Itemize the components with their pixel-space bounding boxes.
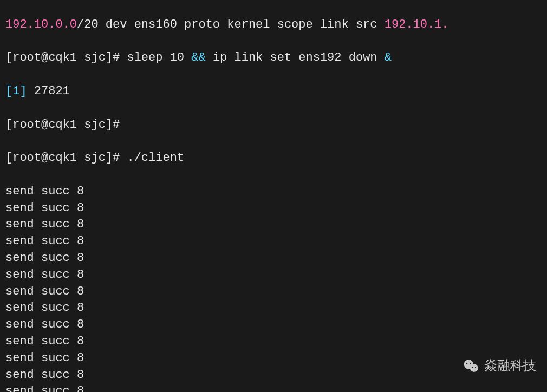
- send-succ-line: send succ 8: [5, 317, 542, 334]
- send-succ-line: send succ 8: [5, 233, 542, 250]
- job-bg-line: [1] 27821: [5, 83, 542, 100]
- svg-point-5: [475, 367, 476, 368]
- send-succ-line: send succ 8: [5, 284, 542, 300]
- prompt-empty: [root@cqk1 sjc]#: [5, 117, 542, 134]
- command-line-1: [root@cqk1 sjc]# sleep 10 && ip link set…: [5, 50, 542, 67]
- send-succ-line: send succ 8: [5, 334, 542, 350]
- send-succ-line: send succ 8: [5, 383, 542, 392]
- svg-point-3: [470, 363, 471, 364]
- svg-point-2: [466, 363, 468, 364]
- svg-point-4: [472, 367, 473, 368]
- send-output-block: send succ 8send succ 8send succ 8send su…: [5, 184, 542, 392]
- send-succ-line: send succ 8: [5, 350, 542, 367]
- send-succ-line: send succ 8: [5, 200, 542, 217]
- send-succ-line: send succ 8: [5, 300, 542, 317]
- terminal-output[interactable]: 192.10.0.0/20 dev ens160 proto kernel sc…: [5, 0, 542, 392]
- send-succ-line: send succ 8: [5, 250, 542, 267]
- send-succ-line: send succ 8: [5, 184, 542, 200]
- ip-fragment: 192.10.0.0: [5, 18, 77, 31]
- send-succ-line: send succ 8: [5, 267, 542, 284]
- svg-point-1: [470, 364, 478, 373]
- send-succ-line: send succ 8: [5, 217, 542, 233]
- partial-top-line: 192.10.0.0/20 dev ens160 proto kernel sc…: [5, 17, 542, 34]
- wechat-icon: [463, 358, 480, 375]
- command-line-client: [root@cqk1 sjc]# ./client: [5, 150, 542, 167]
- watermark: 焱融科技: [463, 357, 536, 376]
- watermark-text: 焱融科技: [484, 357, 536, 376]
- send-succ-line: send succ 8: [5, 367, 542, 384]
